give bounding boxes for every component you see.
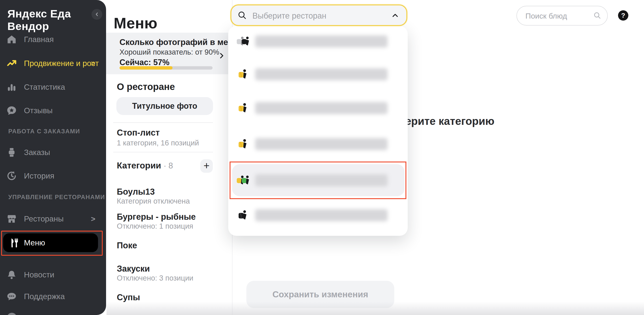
courier-black-icon [236,210,251,221]
category-note: Отключено: 1 позиция [117,222,193,230]
home-icon [6,34,18,45]
help-button[interactable]: ? [618,10,628,20]
sidebar-item-restaurants[interactable]: Рестораны > [0,212,106,225]
restaurant-dropdown [228,26,408,236]
chevron-left-icon [94,12,100,17]
category-item[interactable]: Закуски [117,264,150,274]
sidebar-item-label: Отзывы [24,106,52,115]
bell-icon [6,269,18,280]
categories-header: Категории · 8 [117,161,173,170]
sidebar-item-label: История [24,171,54,180]
page-title: Меню [114,14,158,32]
sidebar-section-restaurants: УПРАВЛЕНИЕ РЕСТОРАНАМИ [8,194,105,201]
restaurant-option[interactable] [228,30,408,52]
app-logo: Яндекс Еда Вендор [8,8,106,32]
category-note: Категория отключена [117,197,190,206]
sidebar-collapse-button[interactable] [92,9,102,20]
sidebar-item-label: Новости [24,270,54,279]
sidebar-section-orders: РАБОТА С ЗАКАЗАМИ [8,128,80,135]
sidebar-item-news[interactable]: Новости [0,268,106,281]
sidebar: Яндекс Еда Вендор Главная Продвижение и … [0,0,106,315]
chevron-right-icon: > [91,214,95,223]
photos-card-subtitle: Хороший показатель: от 90% [120,48,219,56]
sidebar-item-label: Поддержка [24,292,65,301]
photos-progress-track [120,66,212,70]
restaurant-option[interactable] [228,204,408,226]
receipt-icon [6,146,18,158]
sidebar-item-label: Статистика [24,82,65,92]
sidebar-item-statistics[interactable]: Статистика [0,81,106,93]
avatar[interactable] [7,313,17,315]
restaurant-select[interactable]: Выберите ресторан [230,4,407,26]
sidebar-item-home[interactable]: Главная [0,33,106,46]
sidebar-item-orders[interactable]: Заказы [0,146,106,158]
restaurant-name-blurred [255,68,388,80]
courier-yellow-icon [236,102,251,114]
divider [113,152,213,152]
category-note: Отключено: 3 позиции [117,274,193,282]
about-restaurant-heading: О ресторане [117,82,175,92]
category-item[interactable]: Супы [117,293,140,302]
dish-search [516,6,608,26]
courier-pair-gray-black-icon [236,36,251,47]
menu-photos-card[interactable]: Сколько фотографий в меню Хороший показа… [106,33,232,74]
category-item[interactable]: Поке [117,241,137,250]
chevron-up-icon [391,12,399,20]
sidebar-item-label: Главная [24,35,54,44]
photo-progress-fill [120,66,172,70]
sidebar-item-label: Рестораны [24,214,64,223]
history-clock-icon [6,170,18,182]
restaurant-select-placeholder: Выберите ресторан [252,11,326,20]
divider [113,122,213,123]
dot-separator: · [164,161,166,170]
annotation-red-box-restaurant-option [230,162,406,199]
add-category-button[interactable]: + [200,159,213,173]
chat-dots-icon [6,290,18,302]
sidebar-item-promotion[interactable]: Продвижение и рост > [0,57,106,70]
photos-card-current: Сейчас: 57% [120,58,170,67]
search-icon [593,11,602,20]
restaurant-name-blurred [255,209,388,221]
save-changes-button[interactable]: Сохранить изменения [246,281,394,308]
chevron-right-icon [218,52,225,60]
dish-search-input[interactable] [525,6,593,26]
annotation-red-box-menu [1,231,103,256]
sidebar-item-history[interactable]: История [0,170,106,182]
restaurant-option[interactable] [228,97,408,119]
category-item[interactable]: Бургеры - рыбные [117,212,196,222]
plus-icon: + [204,160,210,172]
review-star-bubble-icon [6,105,18,116]
storefront-icon [6,213,18,224]
chevron-right-icon: > [91,59,95,68]
bar-chart-icon [6,81,18,93]
question-mark-icon: ? [621,12,625,19]
courier-yellow-icon [236,69,251,80]
sidebar-item-reviews[interactable]: Отзывы [0,104,106,117]
title-photo-button[interactable]: Титульное фото [116,97,213,115]
photos-card-title: Сколько фотографий в меню [120,38,240,47]
restaurant-name-blurred [255,138,388,150]
menu-panel: Меню Сколько фотографий в меню Хороший п… [106,0,232,315]
category-item[interactable]: Боулы13 [117,187,155,197]
courier-yellow-icon [236,138,251,150]
restaurant-name-blurred [255,102,388,114]
sidebar-item-label: Продвижение и рост [24,59,99,68]
categories-count: 8 [168,161,173,170]
stoplist-subtitle: 1 категория, 16 позиций [117,139,199,147]
app-root: Яндекс Еда Вендор Главная Продвижение и … [0,0,644,315]
stoplist-title[interactable]: Стоп-лист [117,128,160,138]
categories-title: Категории [117,161,161,170]
search-icon [237,10,247,20]
sidebar-item-label: Заказы [24,148,50,157]
sidebar-item-support[interactable]: Поддержка [0,290,106,303]
restaurant-option[interactable] [228,133,408,155]
restaurant-name-blurred [255,35,388,48]
restaurant-option[interactable] [228,63,408,86]
trending-up-icon [6,58,18,69]
